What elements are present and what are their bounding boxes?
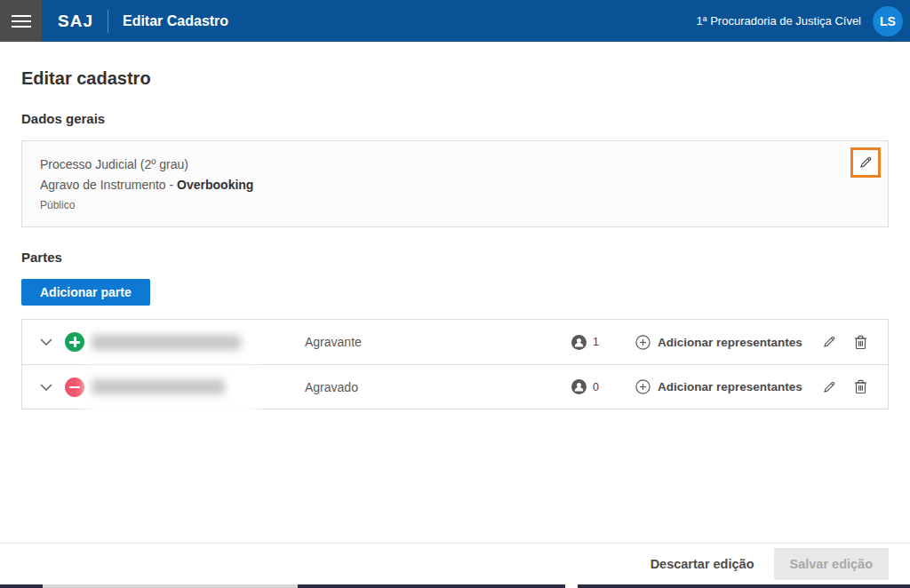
subject-prefix: Agravo de Instrumento - xyxy=(40,178,177,192)
pencil-icon xyxy=(858,155,873,170)
parte-row: Agravante 1 Adicionar representantes xyxy=(22,320,888,364)
taskbar-edge-segment xyxy=(565,584,578,588)
process-type: Processo Judicial (2º grau) xyxy=(40,157,870,171)
dados-gerais-card: Processo Judicial (2º grau) Agravo de In… xyxy=(21,140,889,227)
status-plus-icon xyxy=(65,332,84,352)
partes-table: Agravante 1 Adicionar representantes xyxy=(21,319,889,409)
redacted-name xyxy=(92,335,241,350)
app-logo[interactable]: SAJ xyxy=(58,12,93,31)
edit-parte-button[interactable] xyxy=(821,334,837,350)
taskbar-edge-segment xyxy=(43,584,298,588)
topbar-right: 1ª Procuradoria de Justiça Cível LS xyxy=(697,6,910,36)
add-representantes-label: Adicionar representantes xyxy=(658,380,802,393)
status-minus-icon xyxy=(65,377,84,397)
redacted-name xyxy=(92,379,225,394)
parte-name xyxy=(92,379,305,394)
person-icon xyxy=(571,335,587,350)
topbar-title: Editar Cadastro xyxy=(123,13,228,29)
app-window: SAJ Editar Cadastro 1ª Procuradoria de J… xyxy=(0,0,910,588)
taskbar-edge xyxy=(0,584,910,588)
person-icon xyxy=(571,379,587,394)
add-representantes-label: Adicionar representantes xyxy=(658,336,802,349)
parte-row: Agravado 0 Adicionar representantes xyxy=(22,364,888,409)
topbar-divider xyxy=(108,10,108,33)
parte-role: Agravante xyxy=(305,335,571,349)
edit-dados-button[interactable] xyxy=(850,147,881,178)
parte-role: Agravado xyxy=(305,380,571,394)
representative-count: 1 xyxy=(571,335,618,350)
add-representantes-link[interactable]: Adicionar representantes xyxy=(635,379,821,394)
partes-heading: Partes xyxy=(21,250,889,265)
visibility-label: Público xyxy=(40,199,870,211)
subject-bold: Overbooking xyxy=(177,178,253,192)
count-value: 1 xyxy=(593,336,599,348)
hamburger-icon xyxy=(12,20,31,22)
discard-button[interactable]: Descartar edição xyxy=(645,550,760,578)
delete-parte-button[interactable] xyxy=(852,334,868,350)
dados-gerais-heading: Dados gerais xyxy=(21,111,889,126)
main-content: Editar cadastro Dados gerais Processo Ju… xyxy=(0,42,910,409)
plus-circle-icon xyxy=(635,379,651,394)
avatar[interactable]: LS xyxy=(873,6,903,36)
chevron-down-icon[interactable] xyxy=(38,334,54,350)
parte-name xyxy=(92,335,305,350)
footer-bar: Descartar edição Salvar edição xyxy=(0,543,910,584)
process-subject: Agravo de Instrumento - Overbooking xyxy=(40,178,870,192)
edit-parte-button[interactable] xyxy=(821,379,837,395)
row-actions xyxy=(821,334,868,350)
hamburger-icon xyxy=(12,26,31,28)
save-button[interactable]: Salvar edição xyxy=(774,548,890,580)
hamburger-icon xyxy=(12,15,31,17)
page-title: Editar cadastro xyxy=(21,68,889,89)
representative-count: 0 xyxy=(571,379,618,394)
add-representantes-link[interactable]: Adicionar representantes xyxy=(635,335,821,350)
chevron-down-icon[interactable] xyxy=(38,379,54,395)
unit-label: 1ª Procuradoria de Justiça Cível xyxy=(697,14,861,28)
topbar: SAJ Editar Cadastro 1ª Procuradoria de J… xyxy=(0,0,910,42)
delete-parte-button[interactable] xyxy=(852,379,868,395)
row-actions xyxy=(821,379,868,395)
add-parte-button[interactable]: Adicionar parte xyxy=(21,279,150,306)
count-value: 0 xyxy=(593,381,599,393)
plus-circle-icon xyxy=(635,335,651,350)
menu-button[interactable] xyxy=(0,0,42,42)
